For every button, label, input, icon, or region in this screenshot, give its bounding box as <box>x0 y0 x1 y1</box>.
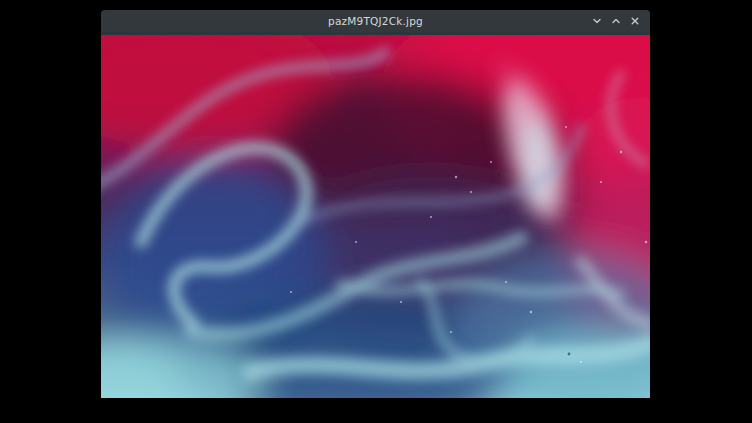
window-controls <box>590 10 642 32</box>
chevron-up-icon <box>611 16 621 26</box>
window-title: pazM9TQJ2Ck.jpg <box>328 10 423 32</box>
maximize-button[interactable] <box>609 14 623 28</box>
image-viewer-window: pazM9TQJ2Ck.jpg <box>101 10 650 398</box>
close-icon <box>630 16 640 26</box>
close-button[interactable] <box>628 14 642 28</box>
minimize-button[interactable] <box>590 14 604 28</box>
titlebar[interactable]: pazM9TQJ2Ck.jpg <box>101 10 650 32</box>
chevron-down-icon <box>592 16 602 26</box>
image-canvas <box>101 32 650 398</box>
desktop-background: pazM9TQJ2Ck.jpg <box>0 0 752 423</box>
ink-photo <box>101 32 650 398</box>
